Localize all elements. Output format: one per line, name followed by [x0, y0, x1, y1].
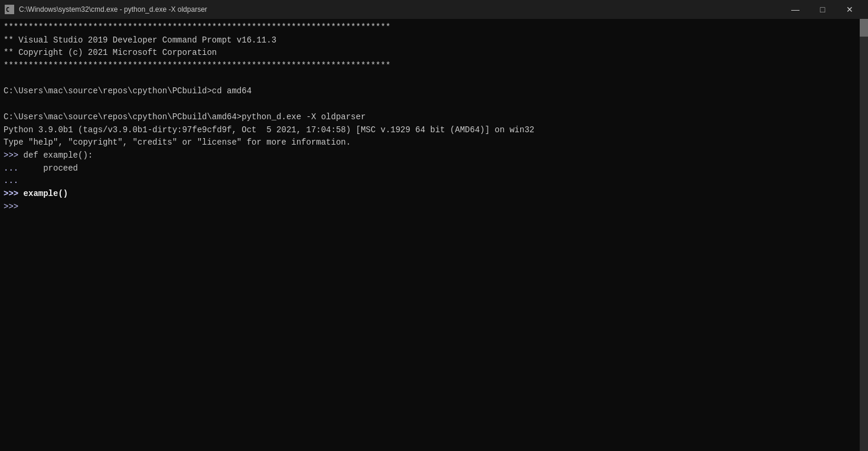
terminal-line: ****************************************…: [4, 21, 864, 34]
terminal-line: C:\Users\mac\source\repos\cpython\PCbuil…: [4, 111, 864, 124]
terminal-line: C:\Users\mac\source\repos\cpython\PCbuil…: [4, 85, 864, 98]
window-icon: C: [5, 5, 14, 14]
terminal-prompt: >>>: [4, 201, 864, 214]
minimize-button[interactable]: —: [782, 0, 809, 19]
terminal-line: ... proceed: [4, 162, 864, 175]
close-button[interactable]: ✕: [836, 0, 863, 19]
svg-text:C: C: [6, 6, 9, 13]
terminal-line: [4, 98, 864, 111]
window-controls: — □ ✕: [782, 0, 863, 19]
scrollbar-thumb[interactable]: [860, 19, 868, 37]
title-bar: C C:\Windows\system32\cmd.exe - python_d…: [0, 0, 868, 19]
terminal-line: ...: [4, 175, 864, 188]
terminal-line: >>> def example():: [4, 149, 864, 162]
window-title: C:\Windows\system32\cmd.exe - python_d.e…: [19, 5, 782, 14]
cmd-window: C C:\Windows\system32\cmd.exe - python_d…: [0, 0, 868, 451]
terminal-line: [4, 73, 864, 86]
terminal-line: ** Visual Studio 2019 Developer Command …: [4, 34, 864, 47]
terminal-line: ** Copyright (c) 2021 Microsoft Corporat…: [4, 47, 864, 60]
terminal-line-bold: >>> example(): [4, 188, 864, 201]
scrollbar[interactable]: [860, 19, 868, 451]
terminal-output[interactable]: ****************************************…: [0, 19, 868, 451]
maximize-button[interactable]: □: [809, 0, 836, 19]
terminal-line: Python 3.9.0b1 (tags/v3.9.0b1-dirty:97fe…: [4, 124, 864, 137]
terminal-line: Type "help", "copyright", "credits" or "…: [4, 136, 864, 149]
terminal-line: ****************************************…: [4, 60, 864, 73]
